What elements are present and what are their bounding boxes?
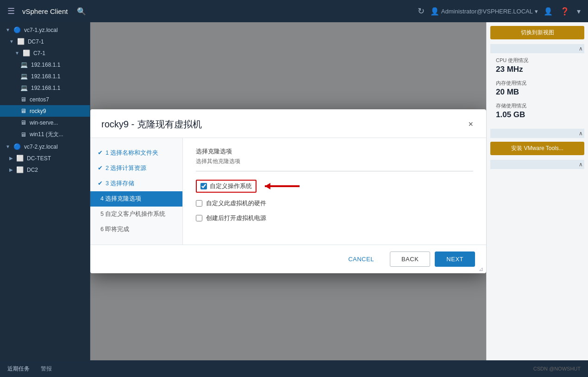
cpu-value: 23 MHz (496, 65, 579, 74)
section-subtitle: 选择其他克隆选项 (196, 157, 473, 165)
dialog-title: rocky9 - 克隆现有虚拟机 (101, 118, 202, 131)
sidebar-label: centos7 (30, 96, 49, 103)
collapse-button-3[interactable]: ∧ (490, 160, 584, 169)
step-3[interactable]: ✔ 3 选择存储 (90, 176, 182, 191)
menu-icon[interactable]: ☰ (7, 6, 15, 16)
clone-dialog: rocky9 - 克隆现有虚拟机 × ✔ 1 选择名称和文件夹 ✔ 2 选择计算… (90, 109, 486, 273)
alerts-tab[interactable]: 警报 (41, 365, 52, 373)
sidebar-item-c7-1[interactable]: ▼ ⬜ C7-1 (0, 47, 90, 59)
step-label: 6 即将完成 (100, 226, 129, 233)
sidebar-item-centos7[interactable]: 🖥 centos7 (0, 94, 90, 105)
highlighted-checkbox: 自定义操作系统 (196, 180, 256, 193)
sidebar-label: rocky9 (30, 108, 46, 114)
sidebar-label: C7-1 (33, 50, 45, 57)
app-title: vSphere Client (22, 7, 68, 15)
person-icon[interactable]: 👤 (544, 7, 553, 16)
option-label: 自定义操作系统 (210, 182, 252, 190)
cancel-button[interactable]: CANCEL (337, 252, 385, 266)
sidebar-item-dc-test[interactable]: ▶ ⬜ DC-TEST (0, 152, 90, 164)
main-layout: ▼ 🔵 vc7-1.yz.local ▼ ⬜ DC7-1 ▼ ⬜ C7-1 💻 … (0, 22, 588, 360)
collapse-button-1[interactable]: ∧ (490, 44, 584, 53)
option-power-on[interactable]: 创建后打开虚拟机电源 (196, 214, 266, 222)
sidebar-item-vc7-2[interactable]: ▼ 🔵 vc7-2.yz.local (0, 141, 90, 152)
right-panel: 切换到新视图 ∧ CPU 使用情况 23 MHz 内存使用情况 20 MB 存储… (486, 22, 588, 360)
sidebar-item-dc2[interactable]: ▶ ⬜ DC2 (0, 164, 90, 176)
storage-value: 1.05 GB (496, 110, 579, 119)
svg-marker-1 (265, 183, 270, 189)
option-customize-os[interactable]: 自定义操作系统 (196, 180, 256, 193)
vm-icon: 🖥 (20, 131, 26, 138)
checkbox-customize-os[interactable] (200, 183, 207, 189)
sidebar-item-ip2[interactable]: 💻 192.168.1.1 (0, 70, 90, 82)
checkbox-customize-hw[interactable] (196, 200, 202, 207)
collapse-button-2[interactable]: ∧ (490, 129, 584, 138)
sidebar-label: 192.168.1.1 (31, 85, 60, 91)
sidebar-item-ip1[interactable]: 💻 192.168.1.1 (0, 59, 90, 70)
switch-view-button[interactable]: 切换到新视图 (490, 26, 584, 39)
sidebar-item-rocky9[interactable]: 🖥 rocky9 (0, 105, 90, 117)
content-panel: 选择克隆选项 选择其他克隆选项 自定义操作系统 (183, 138, 486, 245)
option-customize-hw[interactable]: 自定义此虚拟机的硬件 (196, 199, 266, 207)
resize-handle[interactable]: ⊿ (479, 266, 484, 271)
dc-icon: ⬜ (16, 166, 24, 173)
dialog-footer: CANCEL BACK NEXT (90, 245, 486, 273)
vm-icon: 🖥 (20, 119, 26, 126)
memory-resource: 内存使用情况 20 MB (496, 80, 579, 97)
dialog-body: ✔ 1 选择名称和文件夹 ✔ 2 选择计算资源 ✔ 3 选择存储 (90, 138, 486, 245)
step-check-icon: ✔ (98, 180, 103, 187)
sidebar-item-vc7-1[interactable]: ▼ 🔵 vc7-1.yz.local (0, 24, 90, 36)
storage-label: 存储使用情况 (496, 102, 579, 109)
watermark: CSDN @NOWSHUT (533, 366, 581, 371)
user-menu[interactable]: 👤 Administrator@VSPHERE.LOCAL ▾ (430, 7, 538, 16)
step-check-icon: ✔ (98, 164, 103, 171)
sidebar-label: DC-TEST (27, 155, 51, 162)
sidebar-item-win11[interactable]: 🖥 win11 (无文... (0, 128, 90, 141)
step-label: 5 自定义客户机操作系统 (100, 210, 165, 218)
vm-icon: 🖥 (20, 107, 26, 114)
step-4[interactable]: 4 选择克隆选项 (90, 191, 182, 207)
step-1[interactable]: ✔ 1 选择名称和文件夹 (90, 145, 182, 161)
memory-value: 20 MB (496, 88, 579, 97)
checkbox-power-on[interactable] (196, 215, 202, 221)
vc-icon: 🔵 (13, 143, 21, 150)
search-icon[interactable]: 🔍 (77, 7, 86, 16)
sidebar-label: DC2 (27, 167, 38, 173)
cluster-icon: ⬜ (23, 50, 30, 57)
next-button[interactable]: NEXT (435, 251, 475, 267)
refresh-icon[interactable]: ↻ (418, 6, 425, 16)
option-row-3: 创建后打开虚拟机电源 (196, 214, 473, 222)
close-button[interactable]: × (466, 118, 475, 131)
expand-icon: ▶ (9, 167, 13, 172)
expand-icon: ▼ (9, 39, 14, 44)
expand-icon: ▼ (6, 144, 10, 149)
sidebar-label: 192.168.1.1 (31, 62, 60, 68)
vm-icon: 💻 (20, 61, 28, 68)
help-icon[interactable]: ❓ (560, 7, 569, 16)
sidebar-label: win11 (无文... (30, 131, 63, 138)
help-chevron[interactable]: ▾ (577, 7, 581, 16)
vc-icon: 🔵 (13, 26, 21, 33)
recent-tasks-tab[interactable]: 近期任务 (7, 365, 30, 373)
modal-overlay: rocky9 - 克隆现有虚拟机 × ✔ 1 选择名称和文件夹 ✔ 2 选择计算… (90, 22, 486, 360)
steps-panel: ✔ 1 选择名称和文件夹 ✔ 2 选择计算资源 ✔ 3 选择存储 (90, 138, 183, 245)
step-label: 2 选择计算资源 (106, 164, 146, 172)
cpu-label: CPU 使用情况 (496, 57, 579, 64)
expand-icon: ▼ (6, 27, 10, 32)
sidebar-item-win-server[interactable]: 🖥 win-serve... (0, 117, 90, 128)
vm-icon: 💻 (20, 84, 28, 91)
sidebar-item-ip3[interactable]: 💻 192.168.1.1 (0, 82, 90, 94)
back-button[interactable]: BACK (390, 251, 430, 267)
step-2[interactable]: ✔ 2 选择计算资源 (90, 161, 182, 176)
sidebar-item-dc7-1[interactable]: ▼ ⬜ DC7-1 (0, 36, 90, 47)
step-label: 1 选择名称和文件夹 (106, 149, 158, 157)
user-label: Administrator@VSPHERE.LOCAL (441, 8, 533, 15)
step-6[interactable]: 6 即将完成 (90, 222, 182, 237)
option-row-1: 自定义操作系统 (196, 180, 473, 193)
storage-resource: 存储使用情况 1.05 GB (496, 102, 579, 119)
option-row-2: 自定义此虚拟机的硬件 (196, 199, 473, 207)
dialog-header: rocky9 - 克隆现有虚拟机 × (90, 109, 486, 138)
step-5[interactable]: 5 自定义客户机操作系统 (90, 207, 182, 222)
bottom-bar: 近期任务 警报 CSDN @NOWSHUT (0, 360, 588, 377)
red-arrow-annotation (260, 177, 302, 195)
vmtools-button[interactable]: 安装 VMware Tools... (490, 142, 584, 155)
